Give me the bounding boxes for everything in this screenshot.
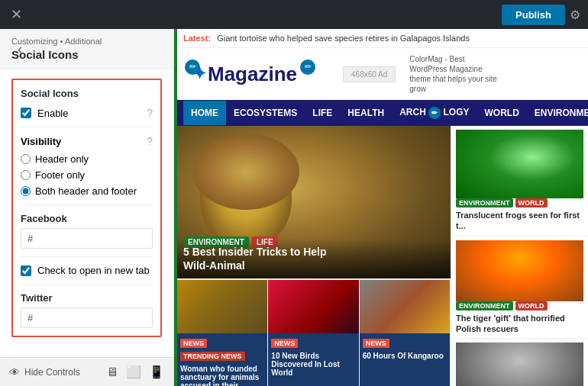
main-content: ENVIRONMENT LIFE 5 Best Insider Tricks t… [177, 126, 451, 386]
top-bar-left: ✕ [8, 3, 25, 26]
top-bar: ✕ Publish ⚙ [0, 0, 588, 29]
enable-row: Enable ? [21, 107, 153, 119]
nav-archaeology[interactable]: ARCH ✏ LOGY [392, 100, 477, 126]
new-tab-checkbox[interactable] [21, 265, 31, 276]
bottom-article-1: NEWS TRENDING NEWS Woman who founded san… [177, 280, 268, 386]
main-layout: ‹ Customizing • Additional Social Icons … [0, 29, 588, 386]
footer-only-radio[interactable] [21, 170, 31, 180]
nav-home[interactable]: HOME [183, 101, 226, 125]
ba2-title: 10 New Birds Discovered In Lost World [271, 352, 355, 377]
new-tab-label[interactable]: Check to open in new tab [37, 265, 150, 276]
nav-life[interactable]: LIFE [305, 101, 340, 125]
ba1-tag2: TRENDING NEWS [180, 352, 245, 361]
divider-2 [21, 204, 153, 205]
nav-ecosystems[interactable]: ECOSYSTEMS [226, 101, 305, 125]
side-item-tiger: ENVIRONMENT WORLD The tiger 'gift' that … [451, 236, 588, 339]
section-title: Social Icons [21, 88, 153, 99]
nav-world[interactable]: WORLD [477, 101, 526, 125]
flip-image [456, 343, 583, 386]
facebook-input[interactable] [21, 228, 153, 249]
header-only-row: Header only [21, 153, 153, 165]
site-header: ✏ ✦ Magazine ✏ 468x60 Ad ColorMag - Best… [177, 48, 588, 100]
tiger-image [456, 240, 583, 301]
site-tagline-wrapper: ColorMag - Best WordPress Magazine theme… [409, 54, 501, 94]
panel-scroll: Social Icons Enable ? Visibility ? Heade… [0, 69, 173, 357]
desktop-icon: 🖥 [106, 365, 118, 378]
publish-button[interactable]: Publish [502, 5, 565, 25]
social-icons-section: Social Icons Enable ? Visibility ? Heade… [11, 79, 162, 337]
tiger-env-tag[interactable]: ENVIRONMENT [456, 301, 513, 310]
both-radio[interactable] [21, 186, 31, 196]
ba2-content: NEWS 10 New Birds Discovered In Lost Wor… [268, 333, 358, 380]
tiger-world-tag[interactable]: WORLD [515, 301, 548, 310]
tiger-tags: ENVIRONMENT WORLD [456, 301, 583, 310]
twitter-input[interactable] [21, 307, 153, 328]
footer-only-label[interactable]: Footer only [35, 169, 85, 181]
close-button[interactable]: ✕ [8, 3, 25, 26]
bottom-icons: 🖥 ⬜ 📱 [106, 365, 164, 379]
hide-controls-button[interactable]: 👁 Hide Controls [9, 366, 80, 378]
both-label[interactable]: Both header and footer [35, 185, 137, 197]
ba3-tag: NEWS [363, 339, 389, 348]
preview-panel: Latest: Giant tortoise who helped save s… [174, 29, 588, 386]
tablet-button[interactable]: ⬜ [126, 365, 141, 379]
frog-tags: ENVIRONMENT WORLD [456, 198, 583, 207]
ba2-image [268, 280, 358, 333]
nav-environment[interactable]: ENVIRONMENT [527, 101, 588, 125]
featured-article: ENVIRONMENT LIFE 5 Best Insider Tricks t… [177, 126, 451, 278]
logo-star-icon: ✦ [192, 64, 206, 84]
tablet-icon: ⬜ [126, 365, 141, 378]
nav-edit-icon: ✏ [428, 107, 441, 119]
mobile-button[interactable]: 📱 [149, 365, 164, 379]
both-row: Both header and footer [21, 185, 153, 197]
bottom-article-3: NEWS 60 Hours Of Kangaroo [360, 280, 451, 386]
side-item-flip: ARCH... ENVIR... Flippi... switch... ant… [451, 339, 588, 386]
ba3-image [360, 280, 450, 333]
help-icon[interactable]: ? [147, 107, 153, 119]
ba3-content: NEWS 60 Hours Of Kangaroo [360, 333, 450, 363]
divider-3 [21, 256, 153, 257]
site-tagline: ColorMag - Best WordPress Magazine theme… [409, 54, 501, 94]
logo-text: Magazine [208, 63, 297, 86]
side-content: ENVIRONMENT WORLD Translucent frogs seen… [451, 126, 588, 386]
nav-health[interactable]: HEALTH [340, 101, 392, 125]
header-only-radio[interactable] [21, 154, 31, 164]
enable-checkbox[interactable] [21, 108, 31, 118]
eye-icon: 👁 [9, 366, 20, 378]
frog-image [456, 130, 583, 198]
visibility-header: Visibility ? [21, 135, 153, 147]
logo-edit-right-icon[interactable]: ✏ [300, 60, 315, 75]
left-panel: ‹ Customizing • Additional Social Icons … [0, 29, 174, 386]
gear-button[interactable]: ⚙ [570, 8, 580, 22]
bottom-bar: 👁 Hide Controls 🖥 ⬜ 📱 [0, 357, 173, 386]
ba1-title: Woman who founded sanctuary for animals … [180, 365, 264, 386]
bottom-article-2: NEWS 10 New Birds Discovered In Lost Wor… [268, 280, 359, 386]
facebook-label: Facebook [21, 213, 153, 224]
frog-world-tag[interactable]: WORLD [515, 198, 548, 207]
divider-4 [21, 284, 153, 285]
hide-controls-label: Hide Controls [24, 367, 80, 378]
ba1-content: NEWS TRENDING NEWS Woman who founded san… [177, 333, 267, 386]
frog-env-tag[interactable]: ENVIRONMENT [456, 198, 513, 207]
logo-wrapper: ✏ ✦ Magazine ✏ [192, 63, 297, 86]
desktop-button[interactable]: 🖥 [106, 365, 118, 379]
divider-1 [21, 127, 153, 127]
ba1-tag: NEWS [180, 339, 207, 348]
header-only-label[interactable]: Header only [35, 153, 89, 165]
back-button[interactable]: ‹ [11, 37, 28, 61]
enable-label[interactable]: Enable [37, 108, 68, 119]
tiger-title: The tiger 'gift' that horrified Polish r… [456, 313, 583, 335]
visibility-label: Visibility [21, 136, 61, 147]
breaking-text: Giant tortoise who helped save species r… [217, 34, 470, 43]
ad-section: 468x60 Ad [328, 66, 396, 82]
mobile-icon: 📱 [149, 365, 164, 378]
ba2-tag: NEWS [271, 339, 298, 348]
breaking-bar: Latest: Giant tortoise who helped save s… [177, 29, 588, 48]
panel-header-row: ‹ Customizing • Additional Social Icons [11, 37, 162, 61]
new-tab-row: Check to open in new tab [21, 265, 153, 276]
visibility-help-icon[interactable]: ? [147, 135, 153, 147]
panel-header: ‹ Customizing • Additional Social Icons [0, 29, 173, 69]
content-grid: ENVIRONMENT LIFE 5 Best Insider Tricks t… [177, 126, 588, 386]
bottom-articles: NEWS TRENDING NEWS Woman who founded san… [177, 278, 451, 386]
side-item-frog: ENVIRONMENT WORLD Translucent frogs seen… [451, 126, 588, 236]
